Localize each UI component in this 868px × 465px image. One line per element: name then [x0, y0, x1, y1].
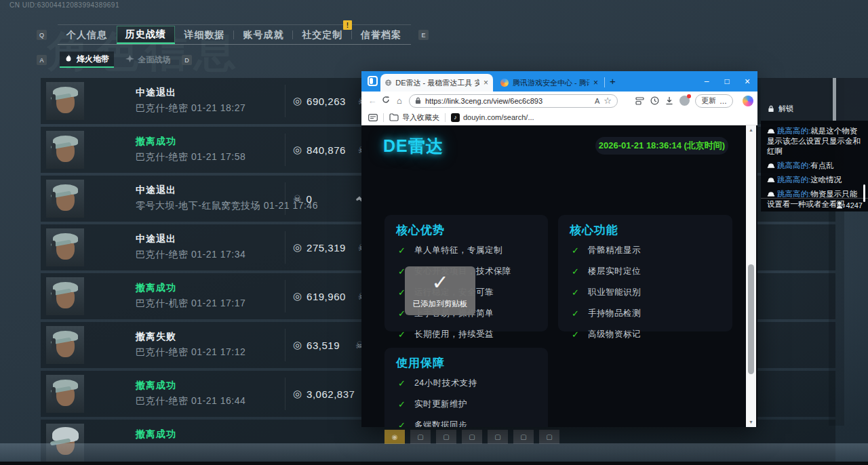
avatar — [46, 82, 84, 120]
row-divider — [285, 280, 285, 312]
clipboard-toast: ✓ 已添加到剪贴板 — [405, 266, 475, 315]
new-tab-button[interactable]: + — [610, 75, 616, 87]
tab-item[interactable]: 历史战绩 — [117, 26, 175, 44]
gauge-icon[interactable]: ▢ — [462, 430, 482, 444]
row-divider — [285, 134, 285, 166]
browser-tab-active[interactable]: DE雷达 - 最稳雷达工具 实力开发 × — [380, 74, 493, 92]
match-map-time: 巴克什-绝密 01-21 17:34 — [136, 249, 245, 261]
history-icon[interactable] — [650, 96, 659, 105]
more-menu-icon[interactable]: … — [719, 97, 727, 105]
webpage-content: DE雷达 2026-01-21 18:36:14 (北京时间) 核心优势✓单人单… — [361, 125, 757, 427]
subtab-full-battlefield[interactable]: 全面战场 — [119, 52, 176, 68]
close-button[interactable]: × — [737, 71, 757, 92]
compass-icon[interactable]: ▢ — [436, 430, 456, 444]
wrench-icon[interactable]: ▢ — [539, 430, 559, 444]
copilot-icon[interactable] — [737, 96, 753, 106]
koen-currency-icon: ◎ — [293, 388, 302, 400]
subtab-hazard-zone[interactable]: 烽火地带 — [60, 52, 114, 68]
chat-bottom-bar: 4247 — [761, 198, 868, 211]
back-icon[interactable]: ← — [366, 96, 379, 106]
stat-coin: ◎840,876 — [293, 144, 346, 156]
crate-icon[interactable]: ▢ — [410, 430, 431, 444]
uid-label: CN UID:63004412083994389691 — [9, 1, 119, 9]
section-title: 核心优势 — [396, 222, 445, 238]
tab-item[interactable]: 详细数据 — [176, 26, 234, 44]
workspaces-icon[interactable] — [368, 76, 378, 86]
check-icon: ✓ — [398, 329, 406, 340]
page-scrollbar[interactable]: ▲ ▼ — [746, 125, 756, 427]
stat-value: 0 — [307, 193, 313, 205]
lock-icon — [768, 105, 774, 113]
feature-item: ✓骨骼精准显示 — [572, 245, 641, 256]
chat-message: 跳高高的:有点乱 — [767, 161, 862, 171]
subtab-label: 全面战场 — [138, 54, 171, 66]
avatar-cap — [53, 184, 78, 195]
crown-icon[interactable]: ▢ — [488, 430, 508, 444]
collections-icon[interactable] — [635, 97, 644, 105]
match-status: 撤离成功 — [136, 428, 176, 441]
avatar-cap — [53, 282, 78, 292]
favorite-star-icon[interactable]: ☆ — [604, 96, 612, 106]
match-map-time: 巴克什-绝密 01-21 17:58 — [136, 151, 245, 163]
avatar-cap — [52, 427, 79, 442]
tabbar-bottom-divider — [58, 44, 411, 45]
chat-message: 跳高高的:这啥情况 — [767, 175, 862, 185]
scrollbar-thumb[interactable] — [748, 264, 754, 374]
scrollbar-down-icon[interactable]: ▼ — [746, 418, 756, 427]
maximize-button[interactable]: □ — [717, 71, 737, 92]
avatar-headset — [52, 338, 56, 350]
card-core-features: 核心功能✓骨骼精准显示✓楼层实时定位✓职业智能识别✓手持物品检测✓高级物资标记 — [558, 215, 732, 331]
tab-separator — [604, 77, 605, 87]
match-map-time: 巴克什-绝密 01-21 17:12 — [136, 346, 245, 359]
tab-close-icon[interactable]: × — [593, 78, 598, 87]
bookmark-douyin[interactable]: ♪ douyin.com/search/... — [451, 113, 534, 122]
lock-icon[interactable]: ▢ — [513, 430, 534, 444]
online-count: 4247 — [846, 201, 863, 209]
avatar-headset — [52, 143, 56, 155]
skull-kill-icon: ☠ — [293, 193, 302, 204]
update-button[interactable]: 更新 … — [695, 94, 733, 108]
avatar — [46, 326, 84, 364]
feature-item: ✓楼层实时定位 — [572, 266, 641, 277]
medal-icon[interactable]: ◉ — [384, 430, 405, 444]
downloads-icon[interactable] — [665, 96, 673, 105]
read-aloud-icon[interactable]: A — [595, 97, 599, 105]
check-icon: ✓ — [405, 270, 475, 294]
check-icon: ✓ — [572, 308, 579, 319]
scrollbar-up-icon[interactable]: ▲ — [746, 125, 756, 135]
https-lock-icon — [415, 97, 421, 104]
check-icon: ✓ — [398, 420, 406, 427]
url-field[interactable]: https://link.3ceng.cn/view/6ec6c893 A ☆ — [409, 94, 618, 108]
section-title: 使用保障 — [396, 355, 445, 371]
home-icon[interactable]: ⌂ — [393, 96, 406, 106]
match-map-time: 零号大坝-地下-红鼠窝竞技场 01-21 17:46 — [136, 200, 318, 212]
unlock-button[interactable]: 解锁 — [768, 104, 793, 114]
chat-text: 有点乱 — [810, 161, 834, 169]
tab-close-icon[interactable]: × — [484, 78, 488, 87]
stat-value: 63,519 — [307, 340, 340, 351]
match-map-time: 巴克什-机密 01-21 17:17 — [136, 298, 245, 310]
tab-item[interactable]: 信誉档案 — [352, 26, 410, 44]
minimize-button[interactable]: – — [696, 71, 717, 92]
tab-item[interactable]: 账号成就 — [234, 26, 292, 44]
helmet-icon — [767, 190, 775, 197]
match-status: 中途退出 — [136, 184, 176, 197]
alert-badge: ! — [343, 20, 352, 30]
refresh-icon[interactable] — [379, 96, 393, 106]
browser-tab-inactive[interactable]: 腾讯游戏安全中心 - 腾讯游戏 × — [496, 74, 603, 92]
feature-text: 职业智能识别 — [588, 287, 641, 298]
profile-avatar[interactable] — [679, 96, 690, 106]
tab-item[interactable]: 个人信息 — [58, 26, 116, 44]
screen: { "colors": { "accent_cyan": "#1fd4f6", … — [0, 0, 868, 465]
panel-scrollbar[interactable] — [833, 78, 836, 121]
avatar-headset — [52, 192, 56, 204]
chat-username: 跳高高的: — [777, 161, 810, 169]
match-status: 撤离失败 — [136, 331, 176, 343]
browser-addressbar: ← ⌂ https://link.3ceng.cn/view/6ec6c893 … — [361, 92, 757, 110]
stat-value: 275,319 — [307, 242, 346, 254]
match-map-time: 巴克什-绝密 01-21 18:27 — [136, 102, 245, 115]
browser-titlebar: DE雷达 - 最稳雷达工具 实力开发 × 腾讯游戏安全中心 - 腾讯游戏 × +… — [361, 71, 757, 92]
import-favorites-button[interactable]: 导入收藏夹 — [389, 113, 439, 123]
feature-item: ✓手持物品检测 — [572, 308, 641, 319]
reading-mode-icon[interactable] — [368, 114, 378, 121]
